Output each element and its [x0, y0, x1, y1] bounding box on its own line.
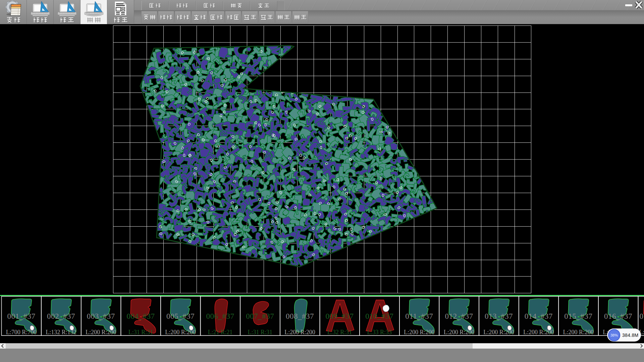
svg-text:005_#37: 005_#37 — [166, 312, 195, 320]
svg-text:008_#37: 008_#37 — [286, 312, 314, 320]
svg-text:L:200 R:200: L:200 R:200 — [563, 329, 594, 336]
svg-text:017_#37: 017_#37 — [640, 312, 644, 320]
svg-text:012_#37: 012_#37 — [445, 312, 473, 320]
svg-text:L:32 R:31: L:32 R:31 — [327, 329, 352, 336]
svg-text:015_#37: 015_#37 — [564, 312, 592, 320]
svg-text:38%: 38% — [610, 333, 618, 337]
svg-text:L:200 R:200: L:200 R:200 — [165, 329, 196, 336]
svg-text:010_#37: 010_#37 — [365, 312, 393, 320]
svg-text:L:200 R:200: L:200 R:200 — [523, 329, 554, 336]
svg-text:L:31 R:31: L:31 R:31 — [128, 329, 153, 336]
svg-text:L:200 R:200: L:200 R:200 — [86, 329, 116, 336]
svg-text:L:31 R:31: L:31 R:31 — [248, 329, 273, 336]
svg-text:006_#37: 006_#37 — [206, 312, 234, 320]
svg-text:L:200 R:200: L:200 R:200 — [483, 329, 514, 336]
svg-text:L:21 R:21: L:21 R:21 — [208, 329, 233, 336]
svg-text:003_#37: 003_#37 — [87, 312, 115, 320]
svg-text:L:200 R:200: L:200 R:200 — [284, 329, 315, 336]
svg-text:L:132 R:132: L:132 R:132 — [46, 329, 76, 336]
svg-text:001_#37: 001_#37 — [7, 312, 36, 320]
svg-text:004_#37: 004_#37 — [126, 312, 155, 320]
svg-text:013_#37: 013_#37 — [485, 312, 513, 320]
svg-text:L:200 R:200: L:200 R:200 — [444, 329, 475, 336]
svg-text:014_#37: 014_#37 — [525, 312, 553, 320]
svg-text:011_#37: 011_#37 — [405, 312, 433, 320]
svg-text:002_#37: 002_#37 — [47, 312, 75, 320]
svg-text:016_#37: 016_#37 — [604, 312, 632, 320]
svg-text:L:200 R:200: L:200 R:200 — [404, 329, 435, 336]
svg-text:L:700 R:700: L:700 R:700 — [6, 329, 37, 336]
svg-text:009_#37: 009_#37 — [326, 312, 354, 320]
svg-text:L:33 R:33: L:33 R:33 — [367, 329, 392, 336]
svg-text:007_#37: 007_#37 — [246, 312, 274, 320]
